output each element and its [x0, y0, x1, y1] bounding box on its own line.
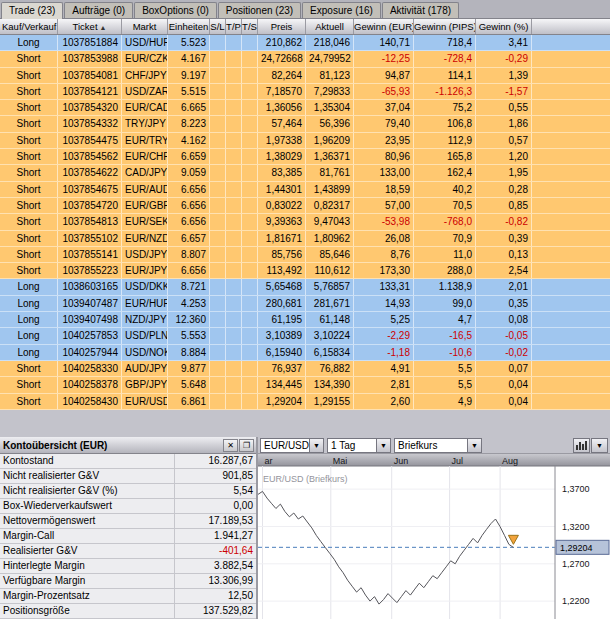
trade-row[interactable]: Long1039407487EUR/HUF4.253280,681281,671…: [0, 296, 610, 312]
trade-row[interactable]: Long1038603165USD/DKK8.7215,654685,76857…: [0, 279, 610, 295]
cell-gain-eur: 2,60: [354, 394, 414, 409]
trade-row[interactable]: Short1037855141USD/JPY8.80785,75685,6468…: [0, 247, 610, 263]
cell-ticket: 1037854475: [58, 133, 122, 148]
cell-side: Short: [0, 100, 58, 115]
trade-row[interactable]: Short1040258330AUD/JPY9.87776,93776,8824…: [0, 361, 610, 377]
trade-row[interactable]: Long1037851884USD/HUF5.523210,862218,046…: [0, 35, 610, 51]
cell-units: 6.657: [168, 231, 210, 246]
cell-ts: [242, 165, 258, 180]
trade-row[interactable]: Short1037854332TRY/JPY8.22357,46456,3967…: [0, 116, 610, 132]
column-header-gain-eur[interactable]: Gewinn (EUR): [354, 19, 414, 34]
cell-filler: [532, 328, 610, 343]
cell-market: EUR/JPY: [122, 263, 168, 278]
trade-row[interactable]: Short1037854675EUR/AUD6.6561,443011,4389…: [0, 182, 610, 198]
trade-row[interactable]: Short1037855223EUR/JPY6.656113,492110,61…: [0, 263, 610, 279]
cell-ticket: 1039407487: [58, 296, 122, 311]
trade-row[interactable]: Short1040258430EUR/USD6.8611,292041,2915…: [0, 394, 610, 410]
y-tick-label: 1,3700: [562, 484, 590, 494]
account-row-realisierter-g-v: Realisierter G&V-401,64: [0, 544, 256, 559]
cell-ts: [242, 312, 258, 327]
cell-price: 1,36056: [258, 100, 306, 115]
price-type-select[interactable]: Briefkurs ▼: [394, 438, 482, 453]
y-tick-label: 1,3200: [562, 522, 590, 532]
trade-row[interactable]: Short1037854081CHF/JPY9.19782,26481,1239…: [0, 68, 610, 84]
chart-type-button[interactable]: [573, 438, 590, 453]
cell-tp: [226, 182, 242, 197]
trade-row[interactable]: Short1037855102EUR/NZD6.6571,816711,8096…: [0, 231, 610, 247]
cell-price: 9,39363: [258, 214, 306, 229]
cell-side: Short: [0, 165, 58, 180]
column-header-units[interactable]: Einheiten: [168, 19, 210, 34]
trade-row[interactable]: Short1037854121USD/ZAR5.5157,185707,2983…: [0, 84, 610, 100]
trade-row[interactable]: Long1040257853USD/PLN5.5533,103893,10224…: [0, 328, 610, 344]
cell-units: 9.877: [168, 361, 210, 376]
cell-price: 85,756: [258, 247, 306, 262]
trade-row[interactable]: Short1037854622CAD/JPY9.05983,38581,7611…: [0, 165, 610, 181]
cell-gain-eur: 57,00: [354, 198, 414, 213]
cell-gain-pct: -1,57: [476, 84, 532, 99]
cell-sl: [210, 35, 226, 50]
cell-filler: [532, 263, 610, 278]
instrument-select[interactable]: EUR/USD ▼: [260, 438, 324, 453]
cell-filler: [532, 35, 610, 50]
tab-boxoptions-0[interactable]: BoxOptions (0): [134, 2, 217, 18]
trade-row[interactable]: Short1037854475EUR/TRY4.1621,973381,9620…: [0, 133, 610, 149]
cell-filler: [532, 68, 610, 83]
column-header-ticket[interactable]: Ticket▲: [58, 19, 122, 34]
column-header-market[interactable]: Markt: [122, 19, 168, 34]
account-row-hinterlegte-margin: Hinterlegte Margin3.882,54: [0, 559, 256, 574]
account-row-positionsgröße: Positionsgröße137.529,82: [0, 604, 256, 619]
cell-ts: [242, 263, 258, 278]
trade-row[interactable]: Short1037853988EUR/CZK4.16724,7266824,79…: [0, 51, 610, 67]
tab-aktivität-178[interactable]: Aktivität (178): [382, 2, 459, 18]
column-header-price[interactable]: Preis: [258, 19, 306, 34]
cell-market: USD/HUF: [122, 35, 168, 50]
cell-gain-pct: 0,39: [476, 231, 532, 246]
account-row-label: Nicht realisierter G&V: [0, 469, 175, 483]
cell-side: Short: [0, 133, 58, 148]
cell-sl: [210, 296, 226, 311]
trade-row[interactable]: Short1037854720EUR/GBP6.6560,830220,8231…: [0, 198, 610, 214]
interval-select[interactable]: 1 Tag ▼: [327, 438, 391, 453]
tab-positionen-23[interactable]: Positionen (23): [218, 2, 301, 18]
cell-side: Short: [0, 116, 58, 131]
chart-options-button[interactable]: ▼: [591, 438, 608, 453]
cell-current: 281,671: [306, 296, 354, 311]
cell-filler: [532, 279, 610, 294]
cell-gain-pct: 0,28: [476, 182, 532, 197]
cell-side: Short: [0, 361, 58, 376]
tab-trade-23[interactable]: Trade (23): [1, 2, 63, 19]
column-header-current[interactable]: Aktuell: [306, 19, 354, 34]
trade-row[interactable]: Long1040257944USD/NOK8.8846,159406,15834…: [0, 345, 610, 361]
trade-row[interactable]: Short1037854813EUR/SEK6.6569,393639,4704…: [0, 214, 610, 230]
account-row-label: Margin-Call: [0, 529, 175, 543]
trade-table-header: Kauf/VerkaufTicket▲MarktEinheitenS/LT/PT…: [0, 19, 610, 35]
cell-tp: [226, 35, 242, 50]
account-row-label: Box-Wiederverkaufswert: [0, 499, 175, 513]
cell-ts: [242, 247, 258, 262]
cell-gain-eur: -53,98: [354, 214, 414, 229]
trade-row[interactable]: Short1037854562EUR/CHF6.6591,380291,3637…: [0, 149, 610, 165]
cell-units: 8.721: [168, 279, 210, 294]
column-header-gain-pct[interactable]: Gewinn (%): [476, 19, 532, 34]
trade-row[interactable]: Short1037854320EUR/CAD6.6651,360561,3530…: [0, 100, 610, 116]
tab-aufträge-0[interactable]: Aufträge (0): [64, 2, 133, 18]
price-chart[interactable]: arMaiJunJulAug1,37001,32001,27001,22001,…: [258, 454, 610, 619]
popout-icon[interactable]: ❐: [239, 439, 254, 452]
trade-row[interactable]: Short1040258378GBP/JPY5.648134,445134,39…: [0, 377, 610, 393]
tab-exposure-16[interactable]: Exposure (16): [302, 2, 381, 18]
cell-filler: [532, 394, 610, 409]
trade-table: Kauf/VerkaufTicket▲MarktEinheitenS/LT/PT…: [0, 19, 610, 410]
close-icon[interactable]: ✕: [223, 439, 238, 452]
trade-row[interactable]: Long1039407498NZD/JPY12.36061,19561,1485…: [0, 312, 610, 328]
column-header-ts[interactable]: T/S: [242, 19, 258, 34]
cell-side: Short: [0, 149, 58, 164]
current-price-tag: 1,29204: [556, 540, 609, 554]
column-header-side[interactable]: Kauf/Verkauf: [0, 19, 58, 34]
cell-ticket: 1037854081: [58, 68, 122, 83]
cell-units: 6.656: [168, 182, 210, 197]
column-header-tp[interactable]: T/P: [226, 19, 242, 34]
column-header-sl[interactable]: S/L: [210, 19, 226, 34]
cell-filler: [532, 182, 610, 197]
column-header-gain-pips[interactable]: Gewinn (PIPS): [414, 19, 476, 34]
